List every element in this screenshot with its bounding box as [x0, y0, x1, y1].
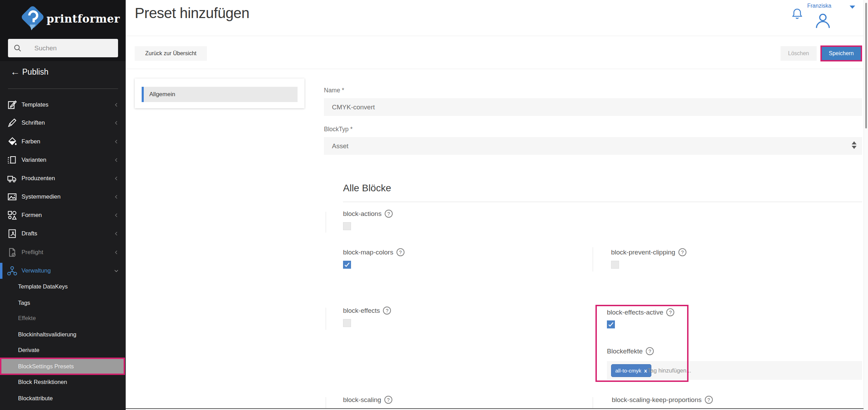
name-field-label: Name *	[324, 87, 344, 94]
chevron-left-icon	[114, 231, 119, 236]
user-avatar-icon[interactable]	[814, 12, 832, 30]
chevron-left-icon	[114, 250, 119, 255]
save-button[interactable]: Speichern	[822, 47, 861, 60]
page-title: Preset hinzufügen	[135, 5, 249, 22]
block-map-colors-checkbox[interactable]	[343, 261, 351, 269]
section-divider	[343, 202, 862, 202]
sidebar-item-schriften[interactable]: Schriften	[22, 116, 45, 130]
scrollbar[interactable]	[863, 0, 868, 410]
cell-border	[593, 397, 593, 409]
help-icon[interactable]: ?	[705, 396, 713, 404]
block-scaling-label: block-scaling ?	[343, 396, 392, 404]
cell-border	[326, 397, 326, 409]
toolbar-divider	[126, 69, 868, 69]
help-icon[interactable]: ?	[384, 396, 392, 404]
sidebar-item-preflight[interactable]: Preflight	[22, 245, 43, 259]
cell-border	[593, 247, 593, 271]
block-effects-checkbox[interactable]	[343, 319, 351, 327]
sidebar-item-formen[interactable]: Formen	[22, 208, 42, 222]
sidebar-item-blockattribute[interactable]: Blockattribute	[18, 392, 53, 404]
back-arrow-icon: ←	[10, 67, 20, 77]
help-icon[interactable]: ?	[385, 210, 393, 218]
chevron-left-icon	[114, 102, 119, 108]
sidebar-item-farben[interactable]: Farben	[22, 135, 40, 149]
block-scaling-keep-proportions-label: block-scaling-keep-proportions ?	[612, 396, 713, 404]
sidebar-item-template-datakeys[interactable]: Template DataKeys	[18, 280, 68, 293]
scrollbar-thumb[interactable]	[865, 3, 867, 128]
app-window: printformer Suchen ← Publish	[0, 0, 868, 410]
section-title: Alle Blöcke	[343, 183, 391, 194]
block-effects-active-annotation	[595, 305, 688, 382]
cell-border	[326, 212, 326, 233]
block-prevent-clipping-checkbox[interactable]	[611, 261, 619, 269]
chevron-left-icon	[114, 176, 119, 181]
user-name[interactable]: Franziska	[807, 3, 831, 9]
image-icon	[7, 192, 17, 202]
org-chart-icon	[7, 266, 17, 276]
sidebar-item-systemmedien[interactable]: Systemmedien	[22, 190, 60, 204]
chevron-down-icon	[114, 268, 119, 274]
viewport-bottom-edge	[126, 408, 868, 409]
blocktype-select-value: Asset	[332, 137, 349, 155]
chevron-left-icon	[114, 139, 119, 144]
block-map-colors-label: block-map-colors ?	[343, 248, 404, 256]
cell-border	[326, 308, 326, 330]
pen-icon	[7, 118, 17, 128]
sidebar-item-drafts[interactable]: Drafts	[22, 227, 37, 241]
back-to-overview-button[interactable]: Zurück zur Übersicht	[135, 46, 207, 61]
help-icon[interactable]: ?	[397, 248, 404, 256]
templates-icon	[7, 100, 17, 110]
delete-button[interactable]: Löschen	[781, 46, 817, 61]
doc-check-icon	[7, 247, 17, 258]
tab-active-indicator	[142, 87, 144, 102]
sidebar-item-effekte[interactable]: Effekte	[18, 312, 36, 324]
main-content: Preset hinzufügen Franziska Zurück zur Ü…	[126, 0, 868, 410]
sidebar-item-blockinhaltsvalidierung[interactable]: Blockinhaltsvalidierung	[18, 328, 76, 341]
publish-label: Publish	[22, 66, 48, 78]
block-prevent-clipping-label: block-prevent-clipping ?	[611, 248, 686, 256]
sidebar-item-produzenten[interactable]: Produzenten	[22, 171, 55, 185]
help-icon[interactable]: ?	[678, 248, 686, 256]
help-icon[interactable]: ?	[383, 307, 391, 315]
search-input[interactable]: Suchen	[8, 39, 118, 57]
sidebar-item-blocksettings-presets[interactable]: BlockSettings Presets	[18, 360, 74, 373]
sidebar-item-tags[interactable]: Tags	[18, 296, 30, 309]
header-divider	[126, 36, 868, 36]
blocktype-field-label: BlockTyp *	[324, 126, 353, 133]
notifications-bell-icon[interactable]	[791, 7, 804, 20]
sidebar-item-derivate[interactable]: Derivate	[18, 344, 39, 356]
active-item-indicator	[0, 263, 2, 279]
block-actions-label: block-actions ?	[343, 210, 393, 218]
name-input[interactable]: CMYK-convert	[324, 98, 862, 116]
sidebar-divider	[8, 89, 118, 89]
shapes-icon	[7, 210, 17, 220]
tab-panel: Allgemein	[135, 78, 304, 108]
blocktype-select[interactable]: Asset	[324, 137, 862, 155]
sidebar-item-varianten[interactable]: Varianten	[22, 153, 47, 167]
chevron-left-icon	[114, 194, 119, 200]
search-placeholder: Suchen	[34, 39, 57, 57]
chevron-left-icon	[114, 120, 119, 126]
name-input-value: CMYK-convert	[332, 98, 375, 116]
sidebar-item-templates[interactable]: Templates	[22, 98, 48, 112]
block-actions-checkbox[interactable]	[343, 222, 351, 230]
user-menu-caret-icon[interactable]	[850, 6, 855, 9]
pdf-icon	[7, 228, 17, 239]
tab-allgemein[interactable]: Allgemein	[142, 87, 298, 102]
brand-wordmark: printformer	[47, 12, 120, 25]
sidebar: printformer Suchen ← Publish	[0, 0, 126, 410]
select-stepper-icon	[852, 141, 857, 149]
tab-allgemein-label: Allgemein	[149, 87, 175, 102]
copies-icon	[7, 155, 17, 165]
truck-icon	[7, 173, 17, 184]
printformer-logo-icon	[20, 6, 45, 32]
sidebar-item-block-restriktionen[interactable]: Block Restriktionen	[18, 376, 67, 388]
chevron-left-icon	[114, 212, 119, 218]
chevron-left-icon	[114, 157, 119, 163]
search-icon	[13, 43, 22, 53]
block-effects-label: block-effects ?	[343, 307, 391, 315]
paint-bucket-icon	[7, 136, 17, 147]
sidebar-item-verwaltung[interactable]: Verwaltung	[22, 264, 51, 278]
